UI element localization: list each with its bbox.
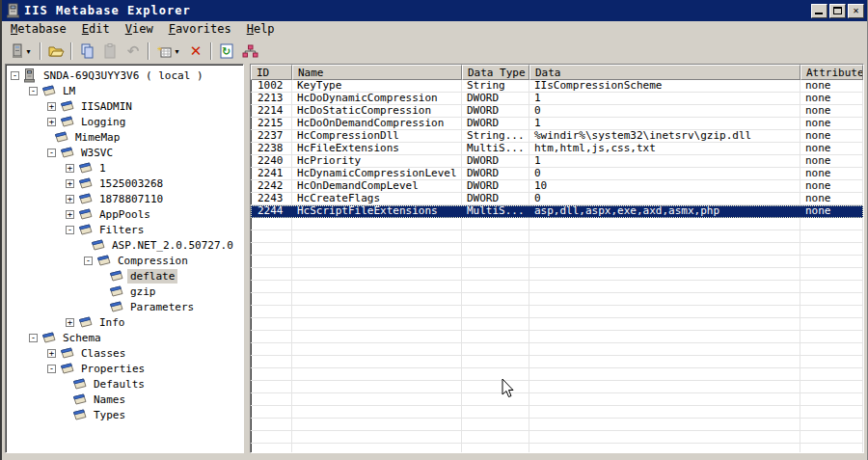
tree-item-label[interactable]: 1 bbox=[96, 161, 109, 176]
tree-item-apppools[interactable]: + AppPools bbox=[6, 206, 243, 222]
tree-item-logging[interactable]: + Logging bbox=[6, 114, 243, 129]
menu-item-edit[interactable]: Edit bbox=[74, 20, 118, 39]
tree-item-label[interactable]: W3SVC bbox=[78, 146, 116, 160]
table-row[interactable]: 2244 HcScriptFileExtensions MultiS... as… bbox=[251, 205, 863, 218]
tree-item-filters[interactable]: - Filters bbox=[6, 222, 243, 237]
tree-item-label[interactable]: MimeMap bbox=[72, 130, 122, 145]
tree-item-label[interactable]: 1878807110 bbox=[96, 192, 166, 206]
tree-item-schema[interactable]: - Schema bbox=[6, 330, 243, 345]
expander-icon[interactable]: - bbox=[47, 149, 56, 157]
copy-button[interactable] bbox=[75, 41, 98, 62]
connect-server-button[interactable]: ▾ bbox=[5, 41, 37, 62]
table-row[interactable]: 1002 KeyType String IIsCompressionScheme… bbox=[251, 80, 863, 93]
tree-item-label[interactable]: Schema bbox=[60, 331, 104, 345]
tree-item-label[interactable]: Info bbox=[96, 315, 128, 330]
table-row[interactable]: 2243 HcCreateFlags DWORD 0 none bbox=[251, 193, 863, 205]
expander-icon[interactable]: + bbox=[66, 195, 74, 203]
table-row[interactable]: 2213 HcDoDynamicCompression DWORD 1 none bbox=[251, 93, 863, 105]
close-button[interactable]: ✕ bbox=[848, 4, 864, 18]
tree-item-label[interactable]: gzip bbox=[127, 284, 159, 299]
tree-item-w3svc[interactable]: - W3SVC bbox=[6, 145, 243, 160]
column-header-id[interactable]: ID bbox=[251, 65, 292, 80]
tree-item-names[interactable]: Names bbox=[6, 392, 243, 407]
tree-item-label[interactable]: LM bbox=[60, 84, 78, 98]
cell-name bbox=[292, 368, 462, 381]
column-header-data-type[interactable]: Data Type bbox=[462, 65, 529, 80]
expander-icon[interactable]: - bbox=[29, 334, 38, 342]
table-row[interactable]: 2215 HcDoOnDemandCompression DWORD 1 non… bbox=[251, 118, 863, 130]
menu-item-help[interactable]: Help bbox=[239, 20, 283, 39]
expander-icon[interactable]: + bbox=[66, 318, 74, 327]
expander-icon[interactable]: - bbox=[66, 226, 74, 234]
tree-item-label[interactable]: ASP.NET_2.0.50727.0 bbox=[109, 238, 236, 253]
table-row[interactable]: 2240 HcPriority DWORD 1 none bbox=[251, 155, 863, 168]
expander-icon[interactable]: + bbox=[66, 179, 74, 188]
tree-item-label[interactable]: Defaults bbox=[91, 377, 148, 392]
paste-button[interactable] bbox=[98, 41, 122, 62]
column-header-attributes[interactable]: Attributes bbox=[800, 65, 863, 80]
tree-item-snda-69q3uyy3v6-local[interactable]: - SNDA-69Q3UYY3V6 ( local ) bbox=[6, 68, 243, 83]
tree-item-defaults[interactable]: Defaults bbox=[6, 376, 243, 392]
tree-item-label[interactable]: Properties bbox=[78, 362, 148, 376]
expander-icon[interactable]: + bbox=[66, 164, 74, 173]
tree-item-types[interactable]: Types bbox=[6, 407, 243, 422]
menu-item-view[interactable]: View bbox=[118, 20, 161, 39]
tree-item-label[interactable]: 1525003268 bbox=[96, 176, 166, 191]
expander-icon[interactable]: + bbox=[47, 118, 56, 126]
tree-item-label[interactable]: Filters bbox=[96, 223, 147, 237]
tree-item-label[interactable]: Compression bbox=[115, 254, 191, 268]
paste-icon bbox=[103, 43, 117, 59]
table-row[interactable]: 2238 HcFileExtensions MultiS... htm,html… bbox=[251, 143, 863, 155]
tree-item-label[interactable]: IISADMIN bbox=[78, 99, 135, 114]
table-row[interactable]: 2214 HcDoStaticCompression DWORD 0 none bbox=[251, 105, 863, 118]
tree-item-label[interactable]: AppPools bbox=[96, 207, 153, 222]
tree-view-button[interactable] bbox=[238, 41, 261, 62]
expander-icon[interactable]: + bbox=[66, 210, 74, 219]
expander-icon[interactable]: - bbox=[47, 365, 56, 373]
tree-item-label[interactable]: Names bbox=[91, 392, 128, 407]
tree-item-label[interactable]: Logging bbox=[78, 115, 128, 129]
table-row[interactable]: 2237 HcCompressionDll String... %windir%… bbox=[251, 130, 863, 143]
tree-item-iisadmin[interactable]: + IISADMIN bbox=[6, 98, 243, 114]
expander-icon[interactable]: + bbox=[47, 349, 56, 358]
tree-item-compression[interactable]: - Compression bbox=[6, 253, 243, 268]
minimize-button[interactable] bbox=[811, 4, 827, 18]
tree-item-gzip[interactable]: gzip bbox=[6, 284, 243, 299]
tree-item-label[interactable]: SNDA-69Q3UYY3V6 ( local ) bbox=[41, 68, 206, 83]
expander-icon[interactable]: - bbox=[84, 257, 93, 265]
tree-item-parameters[interactable]: Parameters bbox=[6, 299, 243, 314]
new-key-icon: ✳ bbox=[157, 43, 173, 59]
tree-item-info[interactable]: + Info bbox=[6, 314, 243, 330]
open-button[interactable] bbox=[44, 41, 68, 62]
cell-name bbox=[292, 243, 462, 256]
tree-item-lm[interactable]: - LM bbox=[6, 83, 243, 98]
menu-item-favorites[interactable]: Favorites bbox=[161, 20, 239, 39]
tree-item-label[interactable]: Types bbox=[91, 408, 128, 422]
expander-icon[interactable]: - bbox=[29, 87, 38, 95]
delete-button[interactable]: ✕ bbox=[184, 41, 207, 62]
column-header-name[interactable]: Name bbox=[292, 65, 462, 80]
cell-id: 2237 bbox=[251, 130, 292, 143]
tree-item-1[interactable]: + 1 bbox=[6, 160, 243, 176]
menu-item-metabase[interactable]: Metabase bbox=[3, 20, 74, 39]
tree-item-mimemap[interactable]: MimeMap bbox=[6, 129, 243, 145]
expander-icon[interactable]: - bbox=[11, 71, 19, 80]
tree-item-label[interactable]: deflate bbox=[127, 269, 177, 284]
cell-data bbox=[529, 243, 800, 256]
expander-icon[interactable]: + bbox=[47, 102, 56, 111]
tree-item-asp-net-2-0-50727-0[interactable]: ASP.NET_2.0.50727.0 bbox=[6, 237, 243, 253]
new-key-button[interactable]: ✳ ▾ bbox=[152, 41, 184, 62]
refresh-button[interactable]: ↻ bbox=[215, 41, 238, 62]
maximize-button[interactable] bbox=[829, 4, 846, 18]
tree-item-deflate[interactable]: deflate bbox=[6, 268, 243, 284]
table-row[interactable]: 2242 HcOnDemandCompLevel DWORD 10 none bbox=[251, 180, 863, 193]
tree-item-1525003268[interactable]: + 1525003268 bbox=[6, 176, 243, 191]
column-header-data[interactable]: Data bbox=[529, 65, 800, 80]
tree-item-1878807110[interactable]: + 1878807110 bbox=[6, 191, 243, 206]
table-row[interactable]: 2241 HcDynamicCompressionLevel DWORD 0 n… bbox=[251, 168, 863, 180]
tree-item-classes[interactable]: + Classes bbox=[6, 345, 243, 361]
tree-item-properties[interactable]: - Properties bbox=[6, 361, 243, 376]
tree-item-label[interactable]: Parameters bbox=[127, 300, 197, 314]
tree-item-label[interactable]: Classes bbox=[78, 346, 128, 361]
undo-button[interactable]: ↶ bbox=[122, 41, 145, 62]
